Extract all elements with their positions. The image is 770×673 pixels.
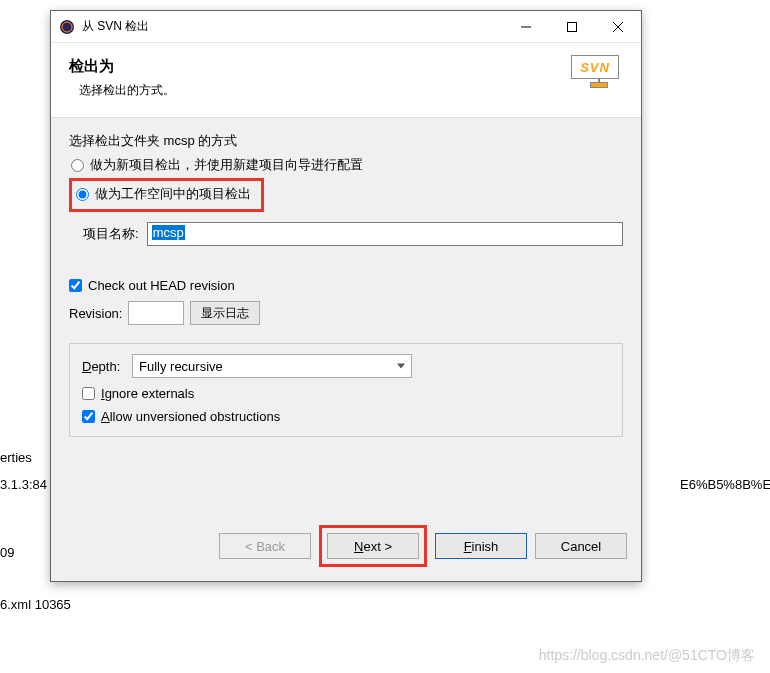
- eclipse-icon: [59, 19, 75, 35]
- radio-workspace-project-input[interactable]: [76, 188, 89, 201]
- allow-unversioned-input[interactable]: [82, 410, 95, 423]
- radio-workspace-project[interactable]: 做为工作空间中的项目检出: [74, 185, 251, 203]
- radio-new-project[interactable]: 做为新项目检出，并使用新建项目向导进行配置: [69, 156, 623, 174]
- revision-row: Revision: 显示日志: [69, 301, 623, 325]
- radio-workspace-project-label: 做为工作空间中的项目检出: [95, 185, 251, 203]
- project-name-label: 项目名称:: [83, 225, 139, 243]
- cancel-button[interactable]: Cancel: [535, 533, 627, 559]
- check-head-revision[interactable]: Check out HEAD revision: [69, 278, 623, 293]
- dialog-footer: < Back Next > Finish Cancel: [51, 515, 641, 581]
- bg-text: erties: [0, 450, 32, 465]
- watermark: https://blog.csdn.net/@51CTO博客: [539, 647, 755, 665]
- back-button[interactable]: < Back: [219, 533, 311, 559]
- check-head-revision-input[interactable]: [69, 279, 82, 292]
- bg-text: 3.1.3:84: [0, 477, 47, 492]
- dialog-content: 选择检出文件夹 mcsp 的方式 做为新项目检出，并使用新建项目向导进行配置 做…: [51, 118, 641, 515]
- bg-text: E6%B5%8B%E8%A: [680, 477, 770, 492]
- highlight-next-button: Next >: [319, 525, 427, 567]
- minimize-button[interactable]: [503, 11, 549, 42]
- ignore-externals[interactable]: Ignore externals: [82, 386, 610, 401]
- options-group: Depth: Fully recursive Ignore externals …: [69, 343, 623, 437]
- bg-text: 6.xml 10365: [0, 597, 71, 612]
- ignore-externals-label: Ignore externals: [101, 386, 194, 401]
- show-log-button[interactable]: 显示日志: [190, 301, 260, 325]
- project-name-row: 项目名称: mcsp: [69, 222, 623, 246]
- finish-button[interactable]: Finish: [435, 533, 527, 559]
- depth-row: Depth: Fully recursive: [82, 354, 610, 378]
- dialog-header: 检出为 选择检出的方式。 SVN: [51, 43, 641, 118]
- depth-label: Depth:: [82, 359, 132, 374]
- allow-unversioned[interactable]: Allow unversioned obstructions: [82, 409, 610, 424]
- highlight-selected-radio: 做为工作空间中的项目检出: [69, 178, 264, 212]
- depth-select[interactable]: Fully recursive: [132, 354, 412, 378]
- maximize-button[interactable]: [549, 11, 595, 42]
- radio-new-project-input[interactable]: [71, 159, 84, 172]
- svn-logo: SVN: [571, 55, 627, 95]
- depth-value: Fully recursive: [139, 359, 223, 374]
- svn-checkout-dialog: 从 SVN 检出 检出为 选择检出的方式。 SVN 选择检出文件夹 mcsp 的…: [50, 10, 642, 582]
- revision-label: Revision:: [69, 306, 122, 321]
- next-button[interactable]: Next >: [327, 533, 419, 559]
- page-subtitle: 选择检出的方式。: [69, 82, 623, 99]
- bg-text: 09: [0, 545, 14, 560]
- project-name-value: mcsp: [152, 225, 185, 240]
- window-title: 从 SVN 检出: [82, 18, 503, 35]
- chevron-down-icon: [397, 364, 405, 369]
- check-head-revision-label: Check out HEAD revision: [88, 278, 235, 293]
- close-button[interactable]: [595, 11, 641, 42]
- svg-rect-3: [568, 22, 577, 31]
- titlebar: 从 SVN 检出: [51, 11, 641, 43]
- page-title: 检出为: [69, 57, 623, 76]
- allow-unversioned-label: Allow unversioned obstructions: [101, 409, 280, 424]
- revision-input[interactable]: [128, 301, 184, 325]
- project-name-input[interactable]: mcsp: [147, 222, 623, 246]
- radio-new-project-label: 做为新项目检出，并使用新建项目向导进行配置: [90, 156, 363, 174]
- ignore-externals-input[interactable]: [82, 387, 95, 400]
- checkout-method-label: 选择检出文件夹 mcsp 的方式: [69, 132, 623, 150]
